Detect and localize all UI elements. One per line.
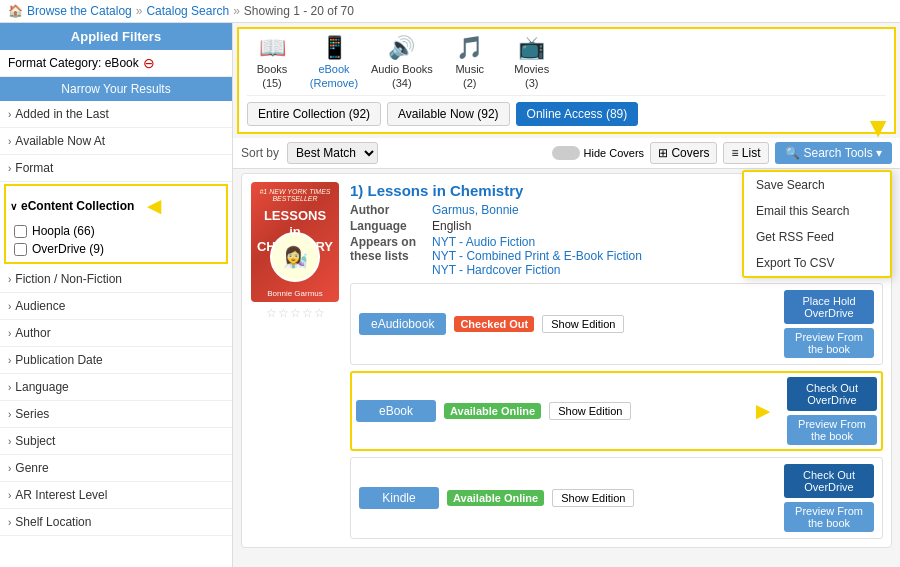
sidebar-item-publication-date[interactable]: › Publication Date xyxy=(0,347,232,374)
format-filter: Format Category: eBook ⊖ xyxy=(0,50,232,77)
sort-label: Sort by xyxy=(241,146,279,160)
kindle-actions: Check OutOverDrive Preview Fromthe book xyxy=(784,464,874,532)
tab-music[interactable]: 🎵 Music (2) xyxy=(445,35,495,89)
search-tools-btn[interactable]: 🔍 Search Tools ▾ xyxy=(775,142,893,164)
chevron-right-icon: › xyxy=(8,436,11,447)
sidebar-item-label: Publication Date xyxy=(15,353,102,367)
narrow-results-btn[interactable]: Narrow Your Results xyxy=(0,77,232,101)
tab-audiobooks[interactable]: 🔊 Audio Books (34) xyxy=(371,35,433,89)
sidebar-item-genre[interactable]: › Genre xyxy=(0,455,232,482)
save-search-item[interactable]: Save Search xyxy=(744,172,890,198)
rss-feed-item[interactable]: Get RSS Feed xyxy=(744,224,890,250)
checkout-btn-kindle[interactable]: Check OutOverDrive xyxy=(784,464,874,498)
covers-btn[interactable]: ⊞ Covers xyxy=(650,142,717,164)
show-edition-btn-kindle[interactable]: Show Edition xyxy=(552,489,634,507)
list-1[interactable]: NYT - Audio Fiction xyxy=(432,235,535,249)
hide-covers-label: Hide Covers xyxy=(584,147,645,159)
remove-filter-icon[interactable]: ⊖ xyxy=(143,55,155,71)
star-rating[interactable]: ☆ ☆ ☆ ☆ ☆ xyxy=(266,306,325,320)
eaudiobook-btn[interactable]: eAudiobook xyxy=(359,313,446,335)
ebook-icon: 📱 xyxy=(321,35,348,61)
toggle-switch[interactable] xyxy=(552,146,580,160)
overdrive-checkbox[interactable] xyxy=(14,243,27,256)
books-icon: 📖 xyxy=(259,35,286,61)
sidebar-item-format[interactable]: › Format xyxy=(0,155,232,182)
kindle-row: Kindle Available Online Show Edition Che… xyxy=(350,457,883,539)
chevron-right-icon: › xyxy=(8,490,11,501)
chevron-right-icon: › xyxy=(8,382,11,393)
export-csv-item[interactable]: Export To CSV xyxy=(744,250,890,276)
chevron-right-icon: › xyxy=(8,409,11,420)
hoopla-checkbox[interactable] xyxy=(14,225,27,238)
sort-select[interactable]: Best Match Title Author Date xyxy=(287,142,378,164)
tab-books[interactable]: 📖 Books (15) xyxy=(247,35,297,89)
sidebar-item-shelf-location[interactable]: › Shelf Location xyxy=(0,509,232,536)
list-3[interactable]: NYT - Hardcover Fiction xyxy=(432,263,560,277)
chevron-right-icon: › xyxy=(8,328,11,339)
overdrive-label: OverDrive (9) xyxy=(32,242,104,256)
sidebar-item-series[interactable]: › Series xyxy=(0,401,232,428)
sidebar-item-available-now[interactable]: › Available Now At xyxy=(0,128,232,155)
music-label: Music xyxy=(455,63,484,75)
place-hold-btn[interactable]: Place HoldOverDrive xyxy=(784,290,874,324)
checked-out-badge: Checked Out xyxy=(454,316,534,332)
ebook-actions: Check OutOverDrive Preview Fromthe book xyxy=(787,377,877,445)
eaudiobook-inner: eAudiobook Checked Out Show Edition xyxy=(359,313,776,335)
audiobooks-icon: 🔊 xyxy=(388,35,415,61)
entire-collection-tab[interactable]: Entire Collection (92) xyxy=(247,102,381,126)
content-area: 📖 Books (15) 📱 eBook (Remove) 🔊 Audio Bo… xyxy=(233,23,900,567)
grid-icon: ⊞ xyxy=(658,146,668,160)
books-count: (15) xyxy=(262,77,282,89)
available-now-tab[interactable]: Available Now (92) xyxy=(387,102,510,126)
show-edition-btn-audiobook[interactable]: Show Edition xyxy=(542,315,624,333)
page-wrapper: 🏠 Browse the Catalog » Catalog Search » … xyxy=(0,0,900,567)
sidebar-item-label: Subject xyxy=(15,434,55,448)
overdrive-checkbox-item[interactable]: OverDrive (9) xyxy=(10,240,222,258)
show-edition-btn-ebook[interactable]: Show Edition xyxy=(549,402,631,420)
sidebar-item-added-in-last[interactable]: › Added in the Last xyxy=(0,101,232,128)
collection-tabs: Entire Collection (92) Available Now (92… xyxy=(247,96,886,126)
breadcrumb: 🏠 Browse the Catalog » Catalog Search » … xyxy=(0,0,900,23)
ebook-btn[interactable]: eBook xyxy=(356,400,436,422)
sidebar-item-label: Fiction / Non-Fiction xyxy=(15,272,122,286)
preview-btn-ebook[interactable]: Preview Fromthe book xyxy=(787,415,877,445)
browse-catalog-link[interactable]: Browse the Catalog xyxy=(27,4,132,18)
kindle-btn[interactable]: Kindle xyxy=(359,487,439,509)
music-icon: 🎵 xyxy=(456,35,483,61)
sidebar-item-ar-interest[interactable]: › AR Interest Level xyxy=(0,482,232,509)
list-2[interactable]: NYT - Combined Print & E-Book Fiction xyxy=(432,249,642,263)
tab-movies[interactable]: 📺 Movies (3) xyxy=(507,35,557,89)
tab-ebook[interactable]: 📱 eBook (Remove) xyxy=(309,35,359,89)
hoopla-label: Hoopla (66) xyxy=(32,224,95,238)
sidebar-item-label: AR Interest Level xyxy=(15,488,107,502)
format-tabs: 📖 Books (15) 📱 eBook (Remove) 🔊 Audio Bo… xyxy=(237,27,896,134)
email-search-item[interactable]: Email this Search xyxy=(744,198,890,224)
movies-count: (3) xyxy=(525,77,538,89)
sidebar-item-label: Shelf Location xyxy=(15,515,91,529)
sidebar-item-author[interactable]: › Author xyxy=(0,320,232,347)
sidebar-item-label: Added in the Last xyxy=(15,107,108,121)
online-access-tab[interactable]: Online Access (89) xyxy=(516,102,639,126)
sidebar-item-language[interactable]: › Language xyxy=(0,374,232,401)
cover-illustration: 👩‍🔬 xyxy=(270,232,320,282)
list-btn[interactable]: ≡ List xyxy=(723,142,768,164)
sidebar-item-subject[interactable]: › Subject xyxy=(0,428,232,455)
preview-btn-kindle[interactable]: Preview Fromthe book xyxy=(784,502,874,532)
sidebar-item-label: Author xyxy=(15,326,50,340)
sidebar-item-audience[interactable]: › Audience xyxy=(0,293,232,320)
ebook-count: (Remove) xyxy=(310,77,358,89)
format-actions: eAudiobook Checked Out Show Edition Plac… xyxy=(350,283,883,539)
catalog-search-link[interactable]: Catalog Search xyxy=(146,4,229,18)
audiobooks-count: (34) xyxy=(392,77,412,89)
book-cover: #1 NEW YORK TIMES BESTSELLER LESSONSinCH… xyxy=(250,182,340,539)
hoopla-checkbox-item[interactable]: Hoopla (66) xyxy=(10,222,222,240)
format-filter-label: Format Category: eBook xyxy=(8,56,139,70)
chevron-right-icon: › xyxy=(8,109,11,120)
hide-covers-toggle[interactable]: Hide Covers xyxy=(552,146,645,160)
preview-btn-audiobook[interactable]: Preview Fromthe book xyxy=(784,328,874,358)
econtent-header[interactable]: ∨ eContent Collection ◄ xyxy=(10,190,222,222)
econtent-section: ∨ eContent Collection ◄ Hoopla (66) Over… xyxy=(4,184,228,264)
main-area: Applied Filters Format Category: eBook ⊖… xyxy=(0,23,900,567)
sidebar-item-fiction[interactable]: › Fiction / Non-Fiction xyxy=(0,266,232,293)
checkout-btn-ebook[interactable]: Check OutOverDrive xyxy=(787,377,877,411)
